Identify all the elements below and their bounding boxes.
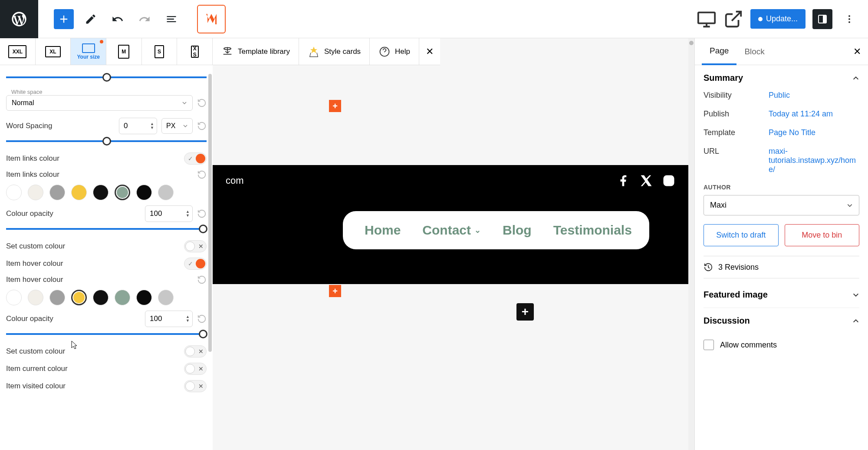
- slider-thumb[interactable]: [199, 330, 207, 338]
- maxi-blocks-icon[interactable]: [197, 5, 226, 33]
- opacity-input[interactable]: 100 ▲▼: [145, 205, 193, 222]
- svg-rect-0: [698, 12, 715, 23]
- swatch[interactable]: [28, 290, 43, 305]
- list-view-icon[interactable]: [161, 9, 181, 29]
- discussion-section[interactable]: Discussion: [704, 308, 859, 334]
- swatch[interactable]: [71, 185, 87, 200]
- custom-colour-toggle-2[interactable]: ✕: [184, 345, 207, 357]
- template-library-button[interactable]: Template library: [213, 38, 299, 65]
- swatch[interactable]: [158, 185, 174, 200]
- item-hover-colour-toggle[interactable]: ✓: [184, 258, 207, 270]
- add-block-indicator[interactable]: +: [329, 285, 341, 297]
- swatch[interactable]: [6, 185, 22, 200]
- help-button[interactable]: Help: [370, 38, 419, 65]
- slider-thumb[interactable]: [102, 73, 111, 82]
- editor-canvas: Template library Style cards Help ✕ + co…: [213, 38, 694, 450]
- canvas-toolbar: Template library Style cards Help ✕: [213, 38, 440, 65]
- reset-icon[interactable]: [197, 314, 207, 324]
- visibility-value[interactable]: Public: [769, 91, 859, 100]
- reset-icon[interactable]: [197, 98, 207, 108]
- svg-point-4: [848, 18, 850, 20]
- revisions-row[interactable]: 3 Revisions: [704, 256, 859, 278]
- panel-tabs: Page Block ✕: [695, 38, 868, 65]
- nav-home[interactable]: Home: [365, 223, 401, 238]
- custom-colour-toggle[interactable]: ✕: [184, 240, 207, 252]
- breakpoint-xs[interactable]: XS: [177, 38, 213, 65]
- swatch[interactable]: [49, 185, 65, 200]
- allow-comments-label: Allow comments: [720, 341, 777, 350]
- add-block-button[interactable]: [54, 9, 74, 29]
- desktop-view-icon[interactable]: [697, 9, 717, 29]
- editor-topbar: Update...: [0, 0, 868, 38]
- allow-comments-checkbox[interactable]: [704, 340, 714, 350]
- style-cards-button[interactable]: Style cards: [299, 38, 370, 65]
- swatch[interactable]: [6, 290, 22, 305]
- slider-thumb[interactable]: [199, 225, 207, 233]
- canvas-scrollbar[interactable]: [688, 38, 694, 450]
- close-toolbar-icon[interactable]: ✕: [419, 46, 440, 57]
- nav-blog[interactable]: Blog: [503, 223, 532, 238]
- svg-point-3: [848, 15, 850, 17]
- author-select[interactable]: Maxi: [704, 195, 859, 215]
- wordpress-logo[interactable]: [0, 0, 38, 38]
- item-links-colour-toggle-label: Item links colour: [6, 154, 184, 163]
- tab-block[interactable]: Block: [736, 38, 772, 65]
- url-label: URL: [704, 147, 769, 174]
- swatch[interactable]: [49, 290, 65, 305]
- word-spacing-unit[interactable]: PX: [161, 118, 193, 134]
- reset-icon[interactable]: [197, 209, 207, 218]
- item-current-colour-toggle[interactable]: ✕: [184, 363, 207, 375]
- word-spacing-input[interactable]: 0 ▲▼: [119, 118, 157, 134]
- sidebar-scrollbar[interactable]: [207, 65, 213, 450]
- add-block-button[interactable]: +: [516, 303, 534, 321]
- swatch[interactable]: [93, 290, 108, 305]
- breakpoint-l[interactable]: Your size: [71, 38, 106, 65]
- options-menu-icon[interactable]: [839, 9, 859, 29]
- reset-icon[interactable]: [197, 121, 207, 131]
- instagram-icon[interactable]: [662, 174, 675, 187]
- swatch[interactable]: [93, 185, 108, 200]
- settings-panel: Page Block ✕ Summary Visibility Public P…: [694, 38, 868, 450]
- undo-icon[interactable]: [108, 9, 128, 29]
- item-visited-colour-toggle[interactable]: ✕: [184, 380, 207, 392]
- publish-value[interactable]: Today at 11:24 am: [769, 109, 859, 119]
- template-value[interactable]: Page No Title: [769, 128, 859, 137]
- breakpoint-xxl[interactable]: XXL: [0, 38, 36, 65]
- reset-icon[interactable]: [197, 275, 207, 285]
- move-to-bin-button[interactable]: Move to bin: [785, 224, 860, 246]
- white-space-select[interactable]: Normal: [6, 95, 193, 111]
- nav-contact[interactable]: Contact ⌄: [422, 223, 481, 238]
- swatch-selected[interactable]: [71, 290, 87, 305]
- swatch[interactable]: [28, 185, 43, 200]
- redo-icon[interactable]: [135, 9, 155, 29]
- nav-testimonials[interactable]: Testimonials: [553, 223, 632, 238]
- swatch[interactable]: [136, 185, 152, 200]
- svg-rect-2: [823, 15, 826, 23]
- breakpoint-m[interactable]: M: [106, 38, 142, 65]
- summary-section-head[interactable]: Summary: [704, 73, 859, 83]
- close-panel-icon[interactable]: ✕: [853, 46, 861, 57]
- slider-thumb[interactable]: [102, 137, 111, 146]
- breakpoint-xl[interactable]: XL: [36, 38, 71, 65]
- reset-icon[interactable]: [197, 170, 207, 179]
- edit-icon[interactable]: [81, 9, 101, 29]
- block-settings-sidebar: XXL XL Your size M S XS White space Norm…: [0, 38, 213, 450]
- preview-icon[interactable]: [723, 9, 743, 29]
- x-twitter-icon[interactable]: [640, 174, 653, 187]
- switch-to-draft-button[interactable]: Switch to draft: [704, 224, 779, 246]
- opacity-input-2[interactable]: 100 ▲▼: [145, 311, 193, 327]
- add-block-indicator[interactable]: +: [329, 100, 341, 112]
- tab-page[interactable]: Page: [702, 38, 736, 65]
- swatch-selected[interactable]: [115, 185, 130, 200]
- swatch[interactable]: [115, 290, 130, 305]
- swatch[interactable]: [158, 290, 174, 305]
- url-value[interactable]: maxi-tutorials.instawp.xyz/home/: [769, 147, 859, 174]
- facebook-icon[interactable]: [617, 174, 630, 187]
- swatch[interactable]: [136, 290, 152, 305]
- update-label: Update...: [766, 14, 798, 23]
- item-links-colour-toggle[interactable]: ✓: [184, 152, 207, 165]
- update-button[interactable]: Update...: [750, 9, 806, 29]
- featured-image-section[interactable]: Featured image: [704, 282, 859, 308]
- breakpoint-s[interactable]: S: [142, 38, 178, 65]
- settings-panel-toggle[interactable]: [812, 9, 832, 29]
